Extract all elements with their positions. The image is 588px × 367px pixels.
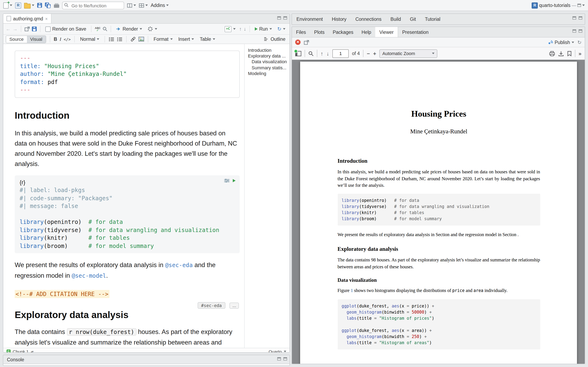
addins-menu[interactable]: Addins <box>151 3 169 8</box>
save-all-button[interactable] <box>45 2 51 8</box>
tab-connections[interactable]: Connections <box>351 14 386 25</box>
zoom-level-select[interactable]: Automatic Zoom <box>380 49 438 58</box>
maximize-pane-icon[interactable] <box>283 357 287 360</box>
intro-paragraph[interactable]: In this analysis, we build a model predi… <box>15 128 237 169</box>
tab-help[interactable]: Help <box>357 27 375 37</box>
data-paragraph[interactable]: The data contains r nrow(duke_forest) ho… <box>15 327 237 348</box>
section-id-badge[interactable]: #sec-eda <box>198 302 225 309</box>
rerun-button[interactable]: ↻ <box>276 25 287 33</box>
popout-icon[interactable] <box>304 40 309 45</box>
minimize-pane-icon[interactable] <box>572 16 576 20</box>
chunk-position-label[interactable]: Chunk 1 <box>13 349 29 353</box>
tab-viewer[interactable]: Viewer <box>375 27 398 37</box>
source-mode-button[interactable]: Source <box>6 36 27 43</box>
results-paragraph[interactable]: We present the results of exploratory da… <box>15 260 237 281</box>
pdf-bookmark-icon[interactable] <box>567 51 572 56</box>
outline-item-introduction[interactable]: Introduction <box>248 47 288 53</box>
window-restore-icon[interactable] <box>577 4 581 7</box>
code-format-button[interactable]: </> <box>64 37 71 42</box>
save-button[interactable] <box>37 3 42 8</box>
visual-mode-button[interactable]: Visual <box>27 36 46 43</box>
settings-button[interactable] <box>146 25 159 33</box>
pdf-print-icon[interactable] <box>549 51 555 56</box>
maximize-pane-icon[interactable] <box>579 16 582 20</box>
tab-environment[interactable]: Environment <box>292 14 327 25</box>
maximize-pane-icon[interactable] <box>579 29 582 33</box>
outline-item-data-visualization[interactable]: Data visualization <box>248 59 288 65</box>
tab-presentation[interactable]: Presentation <box>398 27 433 37</box>
outline-item-eda[interactable]: Exploratory data ... <box>248 53 288 59</box>
goto-file-box[interactable] <box>62 1 124 9</box>
format-menu[interactable]: Format <box>152 35 174 43</box>
find-icon[interactable] <box>103 26 107 31</box>
new-file-button[interactable] <box>3 2 12 8</box>
outline-item-summary-statistics[interactable]: Summary statis... <box>248 65 288 70</box>
zoom-in-icon[interactable]: + <box>373 50 376 57</box>
next-chunk-icon[interactable]: ↓ <box>244 26 246 32</box>
sec-eda-crossref[interactable]: @sec-eda <box>165 262 193 268</box>
close-tab-icon[interactable]: × <box>45 16 48 21</box>
project-menu[interactable]: R quarto-tutorials — <box>532 2 585 8</box>
link-icon[interactable] <box>130 37 136 42</box>
save-icon[interactable] <box>32 26 37 31</box>
insert-chunk-button[interactable]: +C <box>223 25 237 33</box>
paragraph-style-select[interactable]: Normal <box>78 35 101 43</box>
previous-chunk-icon[interactable]: ↑ <box>239 26 242 32</box>
keyboard-shortcuts-button[interactable] <box>127 3 136 8</box>
window-minimize-icon[interactable]: — <box>572 3 576 8</box>
tab-plots[interactable]: Plots <box>310 27 329 37</box>
open-file-button[interactable] <box>24 2 34 8</box>
italic-button[interactable]: I <box>60 36 61 42</box>
minimize-pane-icon[interactable] <box>572 29 576 33</box>
more-tools-icon[interactable]: » <box>579 50 581 57</box>
page-number-input[interactable] <box>332 49 349 58</box>
tab-authoring-qmd[interactable]: authoring.qmd × <box>3 14 52 23</box>
visual-editor-body[interactable]: --- title: "Housing Prices" author: "Min… <box>3 44 244 348</box>
refresh-icon[interactable]: ↻ <box>577 39 581 45</box>
numbered-list-icon[interactable] <box>117 37 122 42</box>
publish-button[interactable]: Publish <box>548 40 574 45</box>
tab-packages[interactable]: Packages <box>329 27 357 37</box>
tab-files[interactable]: Files <box>292 27 310 37</box>
pdf-search-icon[interactable] <box>308 51 314 56</box>
heading-eda[interactable]: Exploratory data analysis <box>15 309 240 321</box>
table-menu[interactable]: Table <box>198 35 217 43</box>
tab-tutorial[interactable]: Tutorial <box>420 14 445 25</box>
minimize-pane-icon[interactable] <box>277 357 281 360</box>
yaml-block[interactable]: --- title: "Housing Prices" author: "Min… <box>15 50 240 98</box>
image-icon[interactable] <box>138 37 144 42</box>
outline-item-modeling[interactable]: Modeling <box>248 71 288 76</box>
next-page-icon[interactable]: ↓ <box>327 50 329 57</box>
chunk-options-icon[interactable] <box>224 178 230 183</box>
chunk-indicator-icon[interactable]: C <box>7 350 11 353</box>
tab-build[interactable]: Build <box>386 14 406 25</box>
zoom-out-icon[interactable]: − <box>367 50 370 57</box>
run-chunk-icon[interactable] <box>233 179 236 182</box>
goto-file-input[interactable] <box>62 2 124 9</box>
insert-menu[interactable]: Insert <box>177 35 196 43</box>
console-header[interactable]: Console <box>3 355 290 364</box>
tab-history[interactable]: History <box>327 14 351 25</box>
pdf-viewport[interactable]: Housing Prices Mine Çetinkaya-Rundel Int… <box>292 60 585 364</box>
spellcheck-icon[interactable]: ABC✓ <box>95 26 100 32</box>
render-button[interactable]: Render <box>114 25 144 33</box>
inline-r-code[interactable]: r nrow(duke_forest) <box>67 328 136 336</box>
minimize-pane-icon[interactable] <box>277 16 281 20</box>
chunk-nav-arrows-icon[interactable]: ▴▾ <box>31 350 33 353</box>
heading-introduction[interactable]: Introduction <box>15 109 240 121</box>
document-format-label[interactable]: Quarto <box>269 349 282 353</box>
previous-page-icon[interactable]: ↑ <box>320 50 323 57</box>
sec-model-crossref[interactable]: @sec-model <box>72 272 106 279</box>
new-project-button[interactable]: R <box>15 2 21 8</box>
clear-viewer-icon[interactable]: ✕ <box>295 40 301 45</box>
forward-icon[interactable]: → <box>13 26 17 32</box>
chunk-code[interactable]: #| label: load-pkgs#| code-summary: "Pac… <box>20 186 235 250</box>
render-on-save-checkbox[interactable]: Render on Save <box>44 25 88 33</box>
outline-toggle-button[interactable]: Outline <box>262 35 287 43</box>
back-icon[interactable]: ← <box>6 26 11 32</box>
run-button[interactable]: Run <box>253 25 274 33</box>
pdf-sidebar-toggle[interactable] <box>295 51 301 56</box>
print-button[interactable] <box>54 3 59 8</box>
maximize-pane-icon[interactable] <box>283 16 287 20</box>
section-menu-button[interactable]: ... <box>229 302 239 309</box>
